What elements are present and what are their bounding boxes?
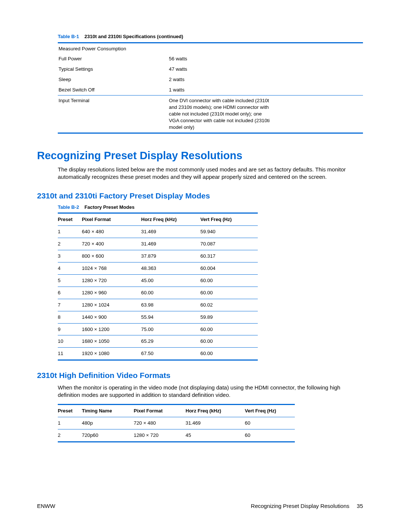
table-row: 3800 × 60037.87960.317 xyxy=(58,250,258,262)
footer-left: ENWW xyxy=(37,502,55,510)
table-b2-header-row: Preset Pixel Format Horz Freq (kHz) Vert… xyxy=(58,213,258,226)
table-cell: 4 xyxy=(58,262,82,274)
intro-paragraph: The display resolutions listed below are… xyxy=(58,166,363,181)
table-cell: 480p xyxy=(82,417,134,429)
table-cell: 1440 × 900 xyxy=(82,311,141,323)
table-b1-caption-prefix: Table B-1 xyxy=(58,34,79,39)
footer-section-title: Recognizing Preset Display Resolutions xyxy=(251,502,349,510)
table-cell: 60.00 xyxy=(141,287,200,299)
table-row: 51280 × 72045.0060.00 xyxy=(58,274,258,287)
spec-label: Sleep xyxy=(58,76,169,83)
table-cell: 720p60 xyxy=(82,429,134,442)
table-cell: 720 × 400 xyxy=(82,238,141,250)
table-row: 2720p601280 × 7204560 xyxy=(58,429,295,442)
table-cell: 720 × 480 xyxy=(134,417,186,429)
table-cell: 1 xyxy=(58,417,82,429)
spec-value: 47 watts xyxy=(169,66,324,73)
table-cell: 45 xyxy=(186,429,245,442)
table-b2: Table B-2 Factory Preset Modes Preset Pi… xyxy=(58,204,258,361)
table-cell: 10 xyxy=(58,335,82,348)
table-cell: 67.50 xyxy=(141,348,200,360)
table-row: 1640 × 48031.46959.940 xyxy=(58,226,258,238)
table-cell: 1280 × 720 xyxy=(82,274,141,287)
spec-row: Full Power56 watts xyxy=(58,54,363,64)
table-cell: 1920 × 1080 xyxy=(82,348,141,360)
table-cell: 800 × 600 xyxy=(82,250,141,262)
table-cell: 55.94 xyxy=(141,311,200,323)
table-cell: 8 xyxy=(58,311,82,323)
table-cell: 60.02 xyxy=(200,299,258,311)
heading-factory-preset: 2310t and 2310ti Factory Preset Display … xyxy=(37,191,363,201)
table-cell: 37.879 xyxy=(141,250,200,262)
table-b2-caption-prefix: Table B-2 xyxy=(58,204,79,210)
col-vert-freq: Vert Freq (Hz) xyxy=(200,213,258,226)
spec-value-input-terminal: One DVI connector with cable included (2… xyxy=(169,97,271,131)
table-cell: 1680 × 1050 xyxy=(82,335,141,348)
table-cell: 31.469 xyxy=(141,226,200,238)
table-cell: 3 xyxy=(58,250,82,262)
table-cell: 60.00 xyxy=(200,287,258,299)
spec-value: 56 watts xyxy=(169,56,324,62)
spec-row: Bezel Switch Off1 watts xyxy=(58,85,363,95)
table-row: 1480p720 × 48031.46960 xyxy=(58,417,295,429)
spec-row-input-terminal: Input Terminal One DVI connector with ca… xyxy=(58,95,363,133)
col-preset: Preset xyxy=(58,213,82,226)
spec-section-label: Measured Power Consumption xyxy=(58,46,169,52)
table-cell: 60.00 xyxy=(200,348,258,360)
heading-preset-resolutions: Recognizing Preset Display Resolutions xyxy=(37,148,363,163)
table-row: 101680 × 105065.2960.00 xyxy=(58,335,258,348)
col-pixel-format: Pixel Format xyxy=(82,213,141,226)
table-cell: 1280 × 1024 xyxy=(82,299,141,311)
table-cell: 31.469 xyxy=(141,238,200,250)
footer-page-number: 35 xyxy=(357,502,363,510)
table-row: 2720 × 40031.46970.087 xyxy=(58,238,258,250)
table-cell: 6 xyxy=(58,287,82,299)
table-cell: 5 xyxy=(58,274,82,287)
spec-label-input-terminal: Input Terminal xyxy=(58,97,169,131)
table-hd-header-row: Preset Timing Name Pixel Format Horz Fre… xyxy=(58,405,295,417)
table-cell: 60.317 xyxy=(200,250,258,262)
table-row: 81440 × 90055.9459.89 xyxy=(58,311,258,323)
hd-intro-paragraph: When the monitor is operating in the vid… xyxy=(58,384,363,399)
spec-label: Bezel Switch Off xyxy=(58,87,169,93)
table-row: 91600 × 120075.0060.00 xyxy=(58,323,258,335)
table-cell: 1 xyxy=(58,226,82,238)
spec-row: Sleep2 watts xyxy=(58,74,363,85)
hd-col-preset: Preset xyxy=(58,405,82,417)
hd-col-horz: Horz Freq (kHz) xyxy=(186,405,245,417)
table-cell: 60.00 xyxy=(200,274,258,287)
table-cell: 59.940 xyxy=(200,226,258,238)
table-cell: 31.469 xyxy=(186,417,245,429)
table-b1-caption-text: 2310t and 2310ti Specifications (continu… xyxy=(84,34,183,39)
table-row: 111920 × 108067.5060.00 xyxy=(58,348,258,360)
hd-col-pixel: Pixel Format xyxy=(134,405,186,417)
table-cell: 70.087 xyxy=(200,238,258,250)
table-cell: 60 xyxy=(245,417,295,429)
table-hd: Preset Timing Name Pixel Format Horz Fre… xyxy=(58,404,295,442)
table-cell: 60.00 xyxy=(200,335,258,348)
table-row: 61280 × 96060.0060.00 xyxy=(58,287,258,299)
heading-hd-video: 2310t High Definition Video Formats xyxy=(37,370,363,381)
table-b2-caption-text: Factory Preset Modes xyxy=(84,204,134,210)
spec-row: Typical Settings47 watts xyxy=(58,64,363,74)
table-cell: 7 xyxy=(58,299,82,311)
spec-value: 1 watts xyxy=(169,87,324,93)
table-b1-caption: Table B-1 2310t and 2310ti Specification… xyxy=(58,33,363,40)
page-footer: ENWW Recognizing Preset Display Resoluti… xyxy=(37,502,363,510)
table-cell: 65.29 xyxy=(141,335,200,348)
table-cell: 9 xyxy=(58,323,82,335)
footer-right: Recognizing Preset Display Resolutions 3… xyxy=(251,502,363,510)
table-cell: 60.004 xyxy=(200,262,258,274)
table-cell: 2 xyxy=(58,238,82,250)
spec-value: 2 watts xyxy=(169,76,324,83)
table-row: 41024 × 76848.36360.004 xyxy=(58,262,258,274)
hd-col-vert: Vert Freq (Hz) xyxy=(245,405,295,417)
table-cell: 75.00 xyxy=(141,323,200,335)
table-cell: 63.98 xyxy=(141,299,200,311)
col-horz-freq: Horz Freq (kHz) xyxy=(141,213,200,226)
table-cell: 1280 × 960 xyxy=(82,287,141,299)
spec-label: Full Power xyxy=(58,56,169,62)
table-cell: 59.89 xyxy=(200,311,258,323)
table-cell: 2 xyxy=(58,429,82,442)
table-cell: 640 × 480 xyxy=(82,226,141,238)
